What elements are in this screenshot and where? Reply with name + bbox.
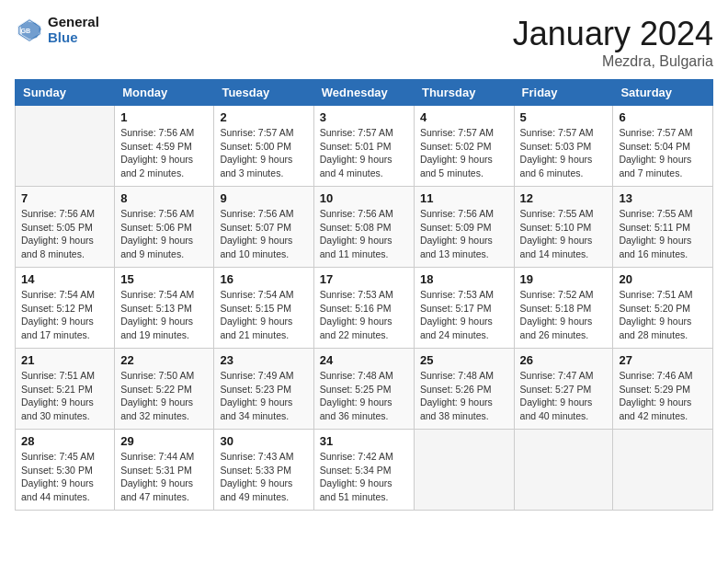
day-number: 10: [320, 191, 408, 205]
day-number: 5: [520, 110, 608, 124]
col-header-friday: Friday: [514, 80, 613, 106]
day-info: Sunrise: 7:54 AMSunset: 5:15 PMDaylight:…: [220, 288, 307, 342]
calendar-title: January 2024: [513, 15, 713, 53]
week-row-5: 28Sunrise: 7:45 AMSunset: 5:30 PMDayligh…: [16, 430, 713, 511]
day-info: Sunrise: 7:56 AMSunset: 5:08 PMDaylight:…: [320, 207, 408, 261]
day-info: Sunrise: 7:51 AMSunset: 5:20 PMDaylight:…: [619, 288, 707, 342]
page-header: GB General Blue January 2024 Mezdra, Bul…: [15, 15, 713, 70]
day-cell: 20Sunrise: 7:51 AMSunset: 5:20 PMDayligh…: [613, 268, 713, 349]
day-number: 26: [520, 353, 608, 367]
day-cell: 30Sunrise: 7:43 AMSunset: 5:33 PMDayligh…: [214, 430, 313, 511]
day-number: 14: [21, 272, 108, 286]
day-cell: 26Sunrise: 7:47 AMSunset: 5:27 PMDayligh…: [514, 349, 613, 430]
calendar-subtitle: Mezdra, Bulgaria: [513, 53, 713, 70]
day-info: Sunrise: 7:53 AMSunset: 5:16 PMDaylight:…: [320, 288, 408, 342]
col-header-wednesday: Wednesday: [313, 80, 414, 106]
day-number: 31: [320, 434, 408, 448]
day-number: 28: [21, 434, 108, 448]
day-number: 3: [320, 110, 408, 124]
day-info: Sunrise: 7:56 AMSunset: 4:59 PMDaylight:…: [120, 126, 208, 180]
day-cell: 10Sunrise: 7:56 AMSunset: 5:08 PMDayligh…: [313, 187, 414, 268]
day-number: 18: [420, 272, 508, 286]
day-number: 17: [320, 272, 408, 286]
title-area: January 2024 Mezdra, Bulgaria: [513, 15, 713, 70]
week-row-2: 7Sunrise: 7:56 AMSunset: 5:05 PMDaylight…: [16, 187, 713, 268]
day-number: 27: [619, 353, 707, 367]
day-info: Sunrise: 7:44 AMSunset: 5:31 PMDaylight:…: [120, 450, 208, 504]
day-number: 19: [520, 272, 608, 286]
day-number: 25: [420, 353, 508, 367]
logo-text: General Blue: [48, 15, 99, 45]
day-cell: [514, 430, 613, 511]
col-header-monday: Monday: [115, 80, 214, 106]
day-info: Sunrise: 7:56 AMSunset: 5:09 PMDaylight:…: [420, 207, 508, 261]
day-cell: 13Sunrise: 7:55 AMSunset: 5:11 PMDayligh…: [613, 187, 713, 268]
day-cell: 11Sunrise: 7:56 AMSunset: 5:09 PMDayligh…: [414, 187, 514, 268]
day-info: Sunrise: 7:48 AMSunset: 5:26 PMDaylight:…: [420, 369, 508, 423]
week-row-1: 1Sunrise: 7:56 AMSunset: 4:59 PMDaylight…: [16, 106, 713, 187]
day-info: Sunrise: 7:57 AMSunset: 5:02 PMDaylight:…: [420, 126, 508, 180]
calendar-table: SundayMondayTuesdayWednesdayThursdayFrid…: [15, 79, 713, 511]
day-info: Sunrise: 7:54 AMSunset: 5:12 PMDaylight:…: [21, 288, 108, 342]
day-number: 1: [120, 110, 208, 124]
day-number: 29: [120, 434, 208, 448]
day-number: 6: [619, 110, 707, 124]
day-info: Sunrise: 7:47 AMSunset: 5:27 PMDaylight:…: [520, 369, 608, 423]
day-cell: 12Sunrise: 7:55 AMSunset: 5:10 PMDayligh…: [514, 187, 613, 268]
logo-icon: GB: [15, 16, 44, 45]
day-cell: 17Sunrise: 7:53 AMSunset: 5:16 PMDayligh…: [313, 268, 414, 349]
day-cell: 25Sunrise: 7:48 AMSunset: 5:26 PMDayligh…: [414, 349, 514, 430]
day-cell: 4Sunrise: 7:57 AMSunset: 5:02 PMDaylight…: [414, 106, 514, 187]
day-info: Sunrise: 7:54 AMSunset: 5:13 PMDaylight:…: [120, 288, 208, 342]
week-row-3: 14Sunrise: 7:54 AMSunset: 5:12 PMDayligh…: [16, 268, 713, 349]
day-number: 8: [120, 191, 208, 205]
day-number: 22: [120, 353, 208, 367]
day-cell: 27Sunrise: 7:46 AMSunset: 5:29 PMDayligh…: [613, 349, 713, 430]
col-header-saturday: Saturday: [613, 80, 713, 106]
day-cell: 24Sunrise: 7:48 AMSunset: 5:25 PMDayligh…: [313, 349, 414, 430]
day-info: Sunrise: 7:46 AMSunset: 5:29 PMDaylight:…: [619, 369, 707, 423]
day-cell: 15Sunrise: 7:54 AMSunset: 5:13 PMDayligh…: [115, 268, 214, 349]
day-cell: 8Sunrise: 7:56 AMSunset: 5:06 PMDaylight…: [115, 187, 214, 268]
day-cell: 21Sunrise: 7:51 AMSunset: 5:21 PMDayligh…: [16, 349, 115, 430]
day-info: Sunrise: 7:55 AMSunset: 5:11 PMDaylight:…: [619, 207, 707, 261]
header-row: SundayMondayTuesdayWednesdayThursdayFrid…: [16, 80, 713, 106]
day-cell: 19Sunrise: 7:52 AMSunset: 5:18 PMDayligh…: [514, 268, 613, 349]
day-number: 24: [320, 353, 408, 367]
day-number: 11: [420, 191, 508, 205]
day-info: Sunrise: 7:50 AMSunset: 5:22 PMDaylight:…: [120, 369, 208, 423]
day-cell: 28Sunrise: 7:45 AMSunset: 5:30 PMDayligh…: [16, 430, 115, 511]
day-number: 2: [220, 110, 307, 124]
day-cell: 29Sunrise: 7:44 AMSunset: 5:31 PMDayligh…: [115, 430, 214, 511]
day-cell: 3Sunrise: 7:57 AMSunset: 5:01 PMDaylight…: [313, 106, 414, 187]
day-info: Sunrise: 7:45 AMSunset: 5:30 PMDaylight:…: [21, 450, 108, 504]
day-cell: 2Sunrise: 7:57 AMSunset: 5:00 PMDaylight…: [214, 106, 313, 187]
day-cell: 14Sunrise: 7:54 AMSunset: 5:12 PMDayligh…: [16, 268, 115, 349]
day-cell: 22Sunrise: 7:50 AMSunset: 5:22 PMDayligh…: [115, 349, 214, 430]
day-cell: [613, 430, 713, 511]
day-cell: 23Sunrise: 7:49 AMSunset: 5:23 PMDayligh…: [214, 349, 313, 430]
day-cell: 31Sunrise: 7:42 AMSunset: 5:34 PMDayligh…: [313, 430, 414, 511]
col-header-sunday: Sunday: [16, 80, 115, 106]
day-number: 15: [120, 272, 208, 286]
day-info: Sunrise: 7:56 AMSunset: 5:07 PMDaylight:…: [220, 207, 307, 261]
day-cell: 9Sunrise: 7:56 AMSunset: 5:07 PMDaylight…: [214, 187, 313, 268]
day-info: Sunrise: 7:57 AMSunset: 5:04 PMDaylight:…: [619, 126, 707, 180]
day-cell: [16, 106, 115, 187]
week-row-4: 21Sunrise: 7:51 AMSunset: 5:21 PMDayligh…: [16, 349, 713, 430]
logo: GB General Blue: [15, 15, 99, 45]
day-info: Sunrise: 7:57 AMSunset: 5:03 PMDaylight:…: [520, 126, 608, 180]
day-info: Sunrise: 7:43 AMSunset: 5:33 PMDaylight:…: [220, 450, 307, 504]
day-cell: 6Sunrise: 7:57 AMSunset: 5:04 PMDaylight…: [613, 106, 713, 187]
col-header-thursday: Thursday: [414, 80, 514, 106]
day-info: Sunrise: 7:57 AMSunset: 5:01 PMDaylight:…: [320, 126, 408, 180]
day-info: Sunrise: 7:56 AMSunset: 5:06 PMDaylight:…: [120, 207, 208, 261]
svg-text:GB: GB: [20, 27, 30, 35]
day-number: 13: [619, 191, 707, 205]
col-header-tuesday: Tuesday: [214, 80, 313, 106]
day-info: Sunrise: 7:42 AMSunset: 5:34 PMDaylight:…: [320, 450, 408, 504]
day-number: 23: [220, 353, 307, 367]
day-number: 30: [220, 434, 307, 448]
day-info: Sunrise: 7:48 AMSunset: 5:25 PMDaylight:…: [320, 369, 408, 423]
day-info: Sunrise: 7:55 AMSunset: 5:10 PMDaylight:…: [520, 207, 608, 261]
